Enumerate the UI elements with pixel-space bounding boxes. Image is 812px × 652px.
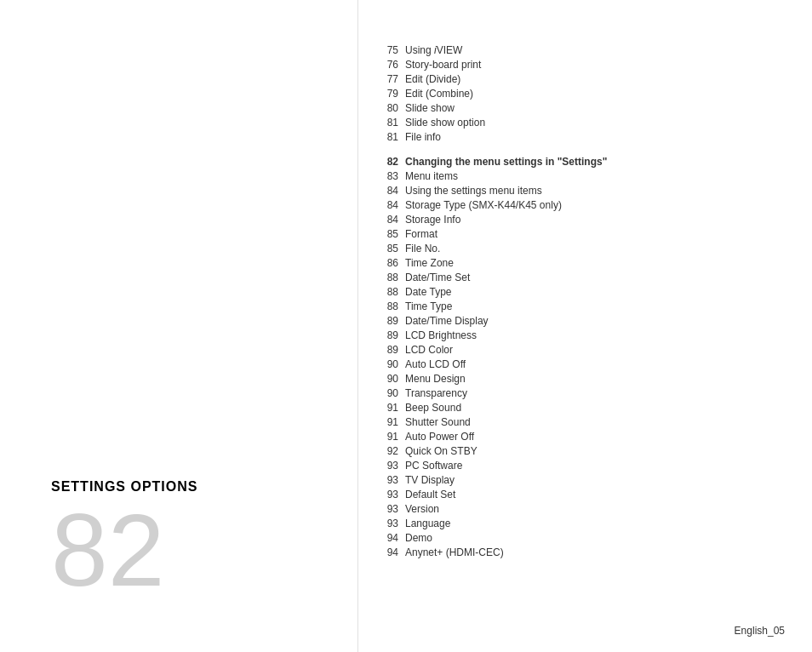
toc-row: 93Language — [375, 516, 778, 530]
toc-num: 89 — [375, 328, 405, 342]
footer: English_05 — [735, 625, 785, 637]
toc-text: Time Type — [405, 299, 778, 313]
toc-row: 93PC Software — [375, 458, 778, 472]
toc-top: 75Using iVIEW76Story-board print77Edit (… — [375, 43, 778, 144]
toc-text: Using the settings menu items — [405, 183, 778, 197]
toc-row: 84Using the settings menu items — [375, 183, 778, 197]
right-panel: 75Using iVIEW76Story-board print77Edit (… — [357, 0, 812, 652]
toc-text: File info — [405, 129, 778, 144]
toc-row: 84Storage Info — [375, 212, 778, 226]
toc-row: 83Menu items — [375, 169, 778, 183]
toc-text: Menu items — [405, 169, 778, 183]
toc-text: Demo — [405, 530, 778, 545]
spacer — [375, 144, 778, 154]
toc-text: Shutter Sound — [405, 415, 778, 429]
toc-text: Edit (Combine) — [405, 86, 778, 100]
toc-text: Slide show — [405, 100, 778, 115]
toc-num: 79 — [375, 86, 405, 100]
toc-num: 80 — [375, 100, 405, 115]
toc-text: Language — [405, 516, 778, 530]
toc-row: 89LCD Brightness — [375, 328, 778, 342]
toc-text: Storage Type (SMX-K44/K45 only) — [405, 197, 778, 212]
toc-text: Format — [405, 226, 778, 241]
footer-text: English_05 — [735, 625, 785, 637]
toc-num: 86 — [375, 255, 405, 270]
toc-row: 81File info — [375, 129, 778, 144]
toc-row: 82Changing the menu settings in "Setting… — [375, 154, 778, 169]
toc-num: 93 — [375, 472, 405, 487]
toc-text: Storage Info — [405, 212, 778, 226]
toc-row: 91Beep Sound — [375, 400, 778, 415]
toc-num: 94 — [375, 530, 405, 545]
toc-num: 84 — [375, 183, 405, 197]
toc-num: 90 — [375, 371, 405, 386]
toc-num: 84 — [375, 212, 405, 226]
toc-text: Beep Sound — [405, 400, 778, 415]
toc-num: 83 — [375, 169, 405, 183]
toc-num: 90 — [375, 357, 405, 371]
toc-row: 93TV Display — [375, 472, 778, 487]
toc-text: Date Type — [405, 284, 778, 299]
toc-text: Date/Time Display — [405, 313, 778, 328]
toc-num: 91 — [375, 400, 405, 415]
toc-num: 85 — [375, 241, 405, 255]
toc-num: 82 — [375, 154, 405, 169]
toc-num: 75 — [375, 43, 405, 57]
toc-text: Version — [405, 501, 778, 516]
toc-row: 80Slide show — [375, 100, 778, 115]
toc-text: TV Display — [405, 472, 778, 487]
toc-num: 89 — [375, 313, 405, 328]
toc-row: 85Format — [375, 226, 778, 241]
toc-text: Slide show option — [405, 115, 778, 129]
toc-text: Auto Power Off — [405, 429, 778, 443]
toc-row: 88Time Type — [375, 299, 778, 313]
toc-text: Anynet+ (HDMI-CEC) — [405, 545, 778, 559]
toc-row: 85File No. — [375, 241, 778, 255]
toc-num: 93 — [375, 487, 405, 501]
toc-num: 84 — [375, 197, 405, 212]
toc-text: PC Software — [405, 458, 778, 472]
toc-text: Time Zone — [405, 255, 778, 270]
toc-row: 94Demo — [375, 530, 778, 545]
toc-num: 93 — [375, 458, 405, 472]
toc-text: File No. — [405, 241, 778, 255]
toc-row: 77Edit (Divide) — [375, 71, 778, 86]
toc-num: 81 — [375, 115, 405, 129]
toc-row: 89Date/Time Display — [375, 313, 778, 328]
toc-row: 89LCD Color — [375, 342, 778, 357]
toc-num: 88 — [375, 270, 405, 284]
toc-row: 91Shutter Sound — [375, 415, 778, 429]
toc-text: LCD Color — [405, 342, 778, 357]
toc-row: 88Date Type — [375, 284, 778, 299]
toc-num: 93 — [375, 501, 405, 516]
toc-row: 81Slide show option — [375, 115, 778, 129]
toc-num: 90 — [375, 386, 405, 400]
toc-row: 93Version — [375, 501, 778, 516]
toc-row: 79Edit (Combine) — [375, 86, 778, 100]
left-panel: SETTINGS OPTIONS 82 — [0, 0, 357, 652]
toc-num: 81 — [375, 129, 405, 144]
toc-row: 90Auto LCD Off — [375, 357, 778, 371]
toc-row: 88Date/Time Set — [375, 270, 778, 284]
toc-text: Menu Design — [405, 371, 778, 386]
toc-text: Transparency — [405, 386, 778, 400]
toc-num: 94 — [375, 545, 405, 559]
toc-text: Auto LCD Off — [405, 357, 778, 371]
toc-text: Changing the menu settings in "Settings" — [405, 154, 778, 169]
toc-text: Quick On STBY — [405, 443, 778, 458]
toc-row: 84Storage Type (SMX-K44/K45 only) — [375, 197, 778, 212]
toc-text: Date/Time Set — [405, 270, 778, 284]
toc-row: 94Anynet+ (HDMI-CEC) — [375, 545, 778, 559]
toc-text: Edit (Divide) — [405, 71, 778, 86]
toc-text: Default Set — [405, 487, 778, 501]
toc-num: 85 — [375, 226, 405, 241]
toc-row: 76Story-board print — [375, 57, 778, 71]
toc-row: 93Default Set — [375, 487, 778, 501]
toc-row: 90Transparency — [375, 386, 778, 400]
toc-num: 91 — [375, 429, 405, 443]
toc-text: LCD Brightness — [405, 328, 778, 342]
divider-line — [357, 0, 358, 652]
toc-row: 75Using iVIEW — [375, 43, 778, 57]
page-container: SETTINGS OPTIONS 82 75Using iVIEW76Story… — [0, 0, 812, 652]
toc-num: 89 — [375, 342, 405, 357]
